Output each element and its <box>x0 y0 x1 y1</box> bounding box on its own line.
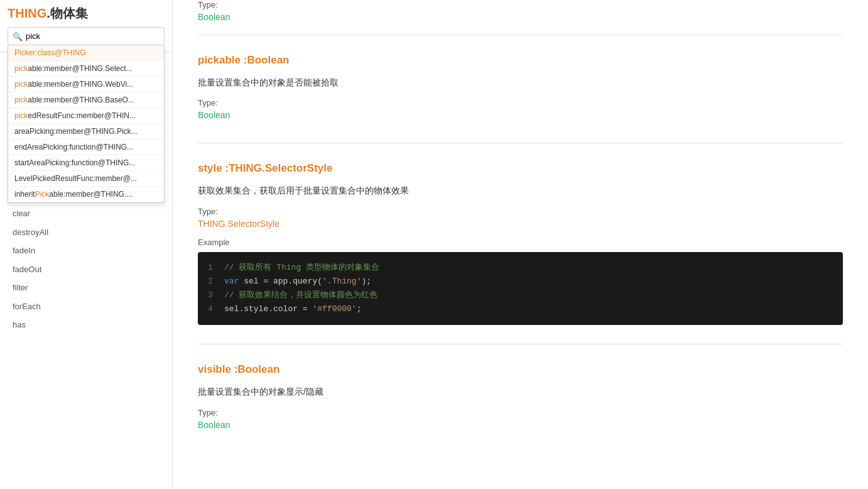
nav-item-clear[interactable]: clear <box>0 204 172 223</box>
top-type-label: Type: <box>198 0 843 9</box>
code-line-3: 3 // 获取效果结合，并设置物体颜色为红色 <box>208 288 833 302</box>
section-desc-style: 获取效果集合，获取后用于批量设置集合中的物体效果 <box>198 184 843 197</box>
code-line-1: 1 // 获取所有 Thing 类型物体的对象集合 <box>208 261 833 275</box>
dropdown-item-3[interactable]: pickable:member@THING.BaseO... <box>8 92 164 108</box>
search-input[interactable] <box>8 27 165 45</box>
search-dropdown: Picker:class@THING pickable:member@THING… <box>8 45 165 203</box>
line-num-3: 3 <box>208 288 217 302</box>
line-num-2: 2 <box>208 275 217 288</box>
type-value-style: THING.SelectorStyle <box>198 219 843 229</box>
main-content: Type: Boolean pickable :Boolean 批量设置集合中的… <box>173 0 868 489</box>
section-title-style[interactable]: style :THING.SelectorStyle <box>198 162 332 175</box>
search-container: 🔍 Picker:class@THING pickable:member@THI… <box>8 27 165 45</box>
nav-item-has[interactable]: has <box>0 316 172 334</box>
section-desc-visible: 批量设置集合中的对象显示/隐藏 <box>198 385 843 398</box>
top-type-value: Boolean <box>198 12 843 22</box>
dropdown-item-1[interactable]: pickable:member@THING.Select... <box>8 61 164 77</box>
line-num-1: 1 <box>208 261 217 275</box>
code-line-4: 4 sel.style.color = '#ff0000'; <box>208 302 833 316</box>
line-num-4: 4 <box>208 302 217 316</box>
logo-thing: THING <box>8 6 46 20</box>
section-desc-pickable: 批量设置集合中的对象是否能被拾取 <box>198 75 843 89</box>
code-block-style: 1 // 获取所有 Thing 类型物体的对象集合 2 var sel = ap… <box>198 252 843 325</box>
dropdown-item-4[interactable]: pickedResultFunc:member@THIN... <box>8 108 164 124</box>
nav-item-destroyAll[interactable]: destroyAll <box>0 223 172 242</box>
dropdown-item-9[interactable]: inheritPickable:member@THING.... <box>8 187 164 202</box>
search-icon: 🔍 <box>13 31 23 41</box>
top-section: Type: Boolean <box>198 0 843 35</box>
dropdown-item-0[interactable]: Picker:class@THING <box>8 45 164 61</box>
nav-item-filter[interactable]: filter <box>0 278 172 297</box>
dropdown-item-7[interactable]: startAreaPicking:function@THING... <box>8 155 164 171</box>
code-content-3: // 获取效果结合，并设置物体颜色为红色 <box>224 288 833 302</box>
nav-item-forEach[interactable]: forEach <box>0 297 172 316</box>
nav-item-fadeOut[interactable]: fadeOut <box>0 260 172 279</box>
section-title-visible[interactable]: visible :Boolean <box>198 363 279 376</box>
code-content-2: var sel = app.query('.Thing'); <box>224 275 833 288</box>
dropdown-item-2[interactable]: pickable:member@THING.WebVi... <box>8 77 164 92</box>
dropdown-item-6[interactable]: endAreaPicking:function@THING... <box>8 140 164 155</box>
code-content-1: // 获取所有 Thing 类型物体的对象集合 <box>224 261 833 275</box>
example-label-style: Example <box>198 238 843 247</box>
type-label-style: Type: <box>198 207 843 216</box>
type-value-visible: Boolean <box>198 420 843 430</box>
type-label-pickable: Type: <box>198 98 843 107</box>
nav-item-fadeIn[interactable]: fadeIn <box>0 241 172 260</box>
code-content-4: sel.style.color = '#ff0000'; <box>224 302 833 316</box>
logo-rest: .物体集 <box>46 6 88 20</box>
section-style: style :THING.SelectorStyle 获取效果集合，获取后用于批… <box>198 143 843 344</box>
dropdown-item-8[interactable]: LevelPickedResultFunc:member@... <box>8 171 164 187</box>
code-line-2: 2 var sel = app.query('.Thing'); <box>208 275 833 288</box>
section-pickable: pickable :Boolean 批量设置集合中的对象是否能被拾取 Type:… <box>198 35 843 143</box>
dropdown-item-5[interactable]: areaPicking:member@THING.Pick... <box>8 124 164 140</box>
type-label-visible: Type: <box>198 408 843 417</box>
logo: THING.物体集 <box>8 5 165 22</box>
section-visible: visible :Boolean 批量设置集合中的对象显示/隐藏 Type: B… <box>198 344 843 452</box>
type-value-pickable: Boolean <box>198 110 843 120</box>
section-title-pickable[interactable]: pickable :Boolean <box>198 54 289 67</box>
